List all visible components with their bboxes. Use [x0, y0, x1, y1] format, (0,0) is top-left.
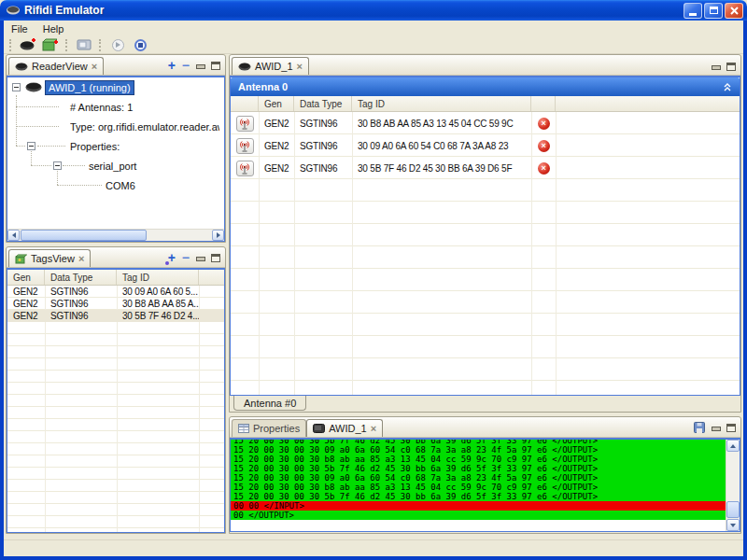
- maximize-console-button[interactable]: [726, 424, 736, 432]
- column-header-tag-id[interactable]: Tag ID: [352, 96, 531, 111]
- toolbar-handle[interactable]: [99, 39, 103, 51]
- reader-view-panel: ReaderView × + −: [6, 54, 226, 243]
- vertical-sash[interactable]: [226, 54, 229, 534]
- console-line: 15 20 00 30 00 30 09 a0 6a 60 54 c0 68 7…: [231, 445, 726, 455]
- tree-expander[interactable]: [12, 83, 21, 91]
- scroll-down-button[interactable]: [726, 519, 740, 531]
- cell-data-type: SGTIN96: [45, 287, 117, 297]
- antenna-signal-button[interactable]: [236, 138, 254, 154]
- tags-view-panel: TagsView × + − Gen Data Type Tag ID: [6, 246, 226, 534]
- tree-item-reader[interactable]: AWID_1 (running): [25, 79, 134, 95]
- scrollbar-thumb[interactable]: [726, 501, 740, 518]
- tags-view-content: Gen Data Type Tag ID GEN2 SGTIN96 30 09 …: [7, 268, 225, 533]
- collapse-section-icon[interactable]: [723, 82, 732, 91]
- antenna-tag-row[interactable]: GEN2 SGTIN96 30 5B 7F 46 D2 45 30 BB 6A …: [231, 157, 740, 179]
- tag-row[interactable]: GEN2 SGTIN96 30 09 A0 6A 60 5...: [7, 286, 224, 298]
- cell-gen: GEN2: [259, 141, 294, 151]
- tree-expander[interactable]: [27, 142, 35, 150]
- antenna-section-title: Antenna 0: [238, 81, 288, 92]
- column-header-gen[interactable]: Gen: [259, 96, 294, 111]
- tags-view-tabstrip: TagsView × + −: [7, 247, 225, 268]
- antenna-tag-row[interactable]: GEN2 SGTIN96 30 09 A0 6A 60 54 C0 68 7A …: [231, 134, 740, 157]
- column-header-filler: [199, 270, 224, 285]
- scroll-right-button[interactable]: [212, 230, 224, 241]
- menu-help[interactable]: Help: [35, 21, 72, 36]
- tab-label: TagsView: [31, 253, 75, 264]
- toolbar-handle[interactable]: [65, 39, 69, 51]
- console-line: 15 20 00 30 00 30 5b 7f 46 d2 45 30 bb 6…: [231, 464, 726, 473]
- tree-item-antennas[interactable]: # Antennas: 1: [70, 99, 133, 115]
- tab-reader-view[interactable]: ReaderView ×: [8, 57, 104, 75]
- antenna-tag-row[interactable]: GEN2 SGTIN96 30 B8 AB AA 85 A3 13 45 04 …: [231, 112, 740, 134]
- console-line: 15 20 00 30 00 30 b8 ab aa 85 a3 13 45 0…: [231, 483, 726, 492]
- cell-tag-id: 30 09 A0 6A 60 5...: [117, 287, 199, 297]
- close-icon[interactable]: ×: [371, 424, 376, 433]
- remove-reader-view-button[interactable]: −: [182, 60, 190, 71]
- horizontal-scrollbar[interactable]: [7, 229, 224, 241]
- column-header-gen[interactable]: Gen: [7, 270, 45, 285]
- tab-console-awid1[interactable]: AWID_1 ×: [306, 419, 383, 437]
- tab-editor-awid1[interactable]: AWID_1 ×: [232, 57, 309, 75]
- tab-label: AWID_1: [255, 61, 293, 72]
- column-header-tag-id[interactable]: Tag ID: [117, 270, 199, 285]
- minimize-view-button[interactable]: [196, 62, 204, 70]
- scroll-up-button[interactable]: [726, 440, 740, 452]
- stop-reader-button[interactable]: [129, 37, 151, 53]
- tab-tags-view[interactable]: TagsView ×: [8, 249, 91, 267]
- console-output[interactable]: 15 20 00 30 00 30 5b 7f 46 d2 45 30 bb 6…: [231, 440, 740, 531]
- window-maximize-button[interactable]: [704, 3, 723, 19]
- title-bar: Rifidi Emulator: [0, 0, 747, 21]
- start-reader-button[interactable]: [106, 37, 129, 53]
- delete-tag-button[interactable]: ×: [538, 162, 550, 175]
- minimize-console-button[interactable]: [712, 424, 720, 432]
- antenna-signal-button[interactable]: [236, 116, 254, 132]
- tree-item-type[interactable]: Type: org.rifidi.emulator.reader.awid.mo…: [70, 119, 219, 134]
- tag-row[interactable]: GEN2 SGTIN96 30 5B 7F 46 D2 4...: [7, 310, 224, 322]
- maximize-editor-button[interactable]: [726, 63, 736, 71]
- horizontal-sash-right[interactable]: [229, 413, 741, 416]
- cell-data-type: SGTIN96: [294, 163, 352, 174]
- maximize-view-button[interactable]: [211, 254, 220, 262]
- tab-antenna-0[interactable]: Antenna #0: [233, 396, 306, 411]
- add-reader-button[interactable]: [17, 37, 39, 53]
- tab-properties[interactable]: Properties: [232, 419, 306, 437]
- antenna-signal-button[interactable]: [236, 161, 254, 176]
- console-screen-icon: [313, 424, 325, 433]
- cell-gen: GEN2: [259, 163, 294, 174]
- add-reader-view-button[interactable]: +: [168, 60, 176, 71]
- tree-item-properties[interactable]: Properties:: [70, 138, 120, 154]
- tree-item-com-port[interactable]: COM6: [106, 177, 135, 193]
- column-header-data-type[interactable]: Data Type: [45, 270, 117, 285]
- window-close-button[interactable]: [725, 3, 743, 19]
- close-icon[interactable]: ×: [78, 254, 84, 263]
- horizontal-sash-left[interactable]: [6, 243, 226, 246]
- add-tag-button[interactable]: +: [168, 252, 176, 263]
- scrollbar-thumb[interactable]: [21, 230, 147, 241]
- delete-tag-button[interactable]: ×: [538, 118, 550, 130]
- console-lines: 15 20 00 30 00 30 5b 7f 46 d2 45 30 bb 6…: [231, 438, 726, 520]
- toolbar-handle[interactable]: [9, 39, 13, 51]
- menu-bar: File Help: [4, 21, 743, 36]
- tag-row[interactable]: GEN2 SGTIN96 30 B8 AB AA 85 A...: [7, 298, 224, 310]
- delete-tag-button[interactable]: ×: [538, 140, 550, 152]
- minimize-view-button[interactable]: [196, 254, 204, 262]
- console-monitor-button[interactable]: [73, 37, 95, 53]
- close-icon[interactable]: ×: [297, 62, 303, 71]
- editor-bottom-tabs: Antenna #0: [230, 396, 740, 412]
- antenna-icon: [239, 140, 250, 152]
- remove-tag-button[interactable]: −: [182, 252, 190, 263]
- antenna-section-header[interactable]: Antenna 0: [231, 77, 740, 96]
- column-header-data-type[interactable]: Data Type: [294, 96, 352, 111]
- tree-item-serial-port[interactable]: serial_port: [89, 158, 136, 174]
- scroll-left-button[interactable]: [7, 230, 20, 241]
- vertical-scrollbar[interactable]: [726, 440, 740, 531]
- tree-expander[interactable]: [53, 161, 62, 170]
- close-icon[interactable]: ×: [92, 62, 97, 71]
- window-minimize-button[interactable]: [684, 3, 702, 19]
- add-tag-button[interactable]: [39, 37, 62, 53]
- cell-tag-id: 30 5B 7F 46 D2 45 30 BB 6A 39 D6 5F: [352, 163, 531, 174]
- minimize-editor-button[interactable]: [712, 63, 720, 71]
- save-console-button[interactable]: [694, 422, 705, 433]
- menu-file[interactable]: File: [4, 21, 35, 36]
- maximize-view-button[interactable]: [211, 62, 220, 70]
